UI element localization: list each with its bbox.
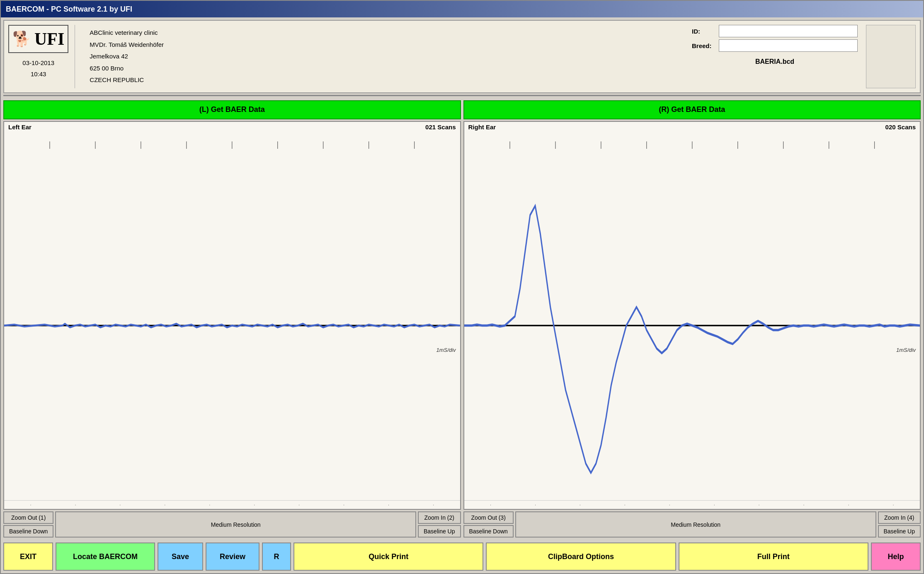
tick: ·	[433, 502, 434, 507]
right-baseline-up-button[interactable]: Baseline Up	[878, 525, 921, 538]
date-display: 03-10-2013	[22, 57, 54, 68]
title-bar: BAERCOM - PC Software 2.1 by UFI	[1, 1, 923, 17]
right-chart-svg	[464, 132, 920, 501]
clinic-line3: Jemelkova 42	[90, 51, 677, 63]
left-chart-panel: Left Ear 021 Scans	[3, 121, 461, 510]
main-window: BAERCOM - PC Software 2.1 by UFI 🐕 UFI 0…	[0, 0, 924, 574]
get-baer-row: (L) Get BAER Data (R) Get BAER Data	[3, 100, 921, 119]
controls-row: Zoom Out (1) Baseline Down Medium Resolu…	[3, 511, 921, 538]
left-controls: Zoom Out (1) Baseline Down Medium Resolu…	[3, 511, 461, 538]
dog-icon: 🐕	[12, 30, 31, 48]
full-print-button[interactable]: Full Print	[679, 543, 868, 571]
locate-baercom-button[interactable]: Locate BAERCOM	[56, 543, 155, 571]
clinic-line2: MVDr. Tomáš Weidenhöfer	[90, 39, 677, 51]
left-baseline-up-button[interactable]: Baseline Up	[418, 525, 461, 538]
main-content: (L) Get BAER Data (R) Get BAER Data Left…	[3, 100, 921, 538]
tick: ·	[669, 502, 670, 507]
left-baseline-down-button[interactable]: Baseline Down	[3, 525, 53, 538]
header-section: 🐕 UFI 03-10-2013 10:43 ABClinic veterina…	[3, 20, 921, 93]
breed-input[interactable]	[719, 39, 858, 52]
bottom-bar: EXIT Locate BAERCOM Save Review R Quick …	[1, 540, 923, 573]
left-medium-res-button[interactable]: Medium Resolution	[55, 511, 416, 538]
left-zoom-out-col: Zoom Out (1) Baseline Down	[3, 511, 53, 538]
tick: ·	[759, 502, 760, 507]
left-scale-label: 1mS/div	[437, 347, 456, 353]
right-scans: 020 Scans	[885, 124, 916, 131]
left-zoom-in-col: Zoom In (2) Baseline Up	[418, 511, 461, 538]
right-chart-header: Right Ear 020 Scans	[464, 122, 920, 132]
right-get-baer-button[interactable]: (R) Get BAER Data	[463, 100, 921, 119]
r-button[interactable]: R	[262, 543, 291, 571]
left-zoom-out-button[interactable]: Zoom Out (1)	[3, 511, 53, 524]
right-chart-ticks: · · · · · · · · · ·	[464, 500, 920, 509]
date-time: 03-10-2013 10:43	[22, 57, 54, 80]
right-chart-area: 1mS/div	[464, 132, 920, 501]
tick: ·	[75, 502, 76, 507]
left-scans: 021 Scans	[425, 124, 456, 131]
id-row: ID:	[692, 25, 858, 37]
id-input[interactable]	[719, 25, 858, 37]
review-button[interactable]: Review	[206, 543, 259, 571]
tick: ·	[209, 502, 210, 507]
tick: ·	[119, 502, 121, 507]
right-zoom-out-button[interactable]: Zoom Out (3)	[463, 511, 514, 524]
right-chart-panel: Right Ear 020 Scans	[463, 121, 921, 510]
charts-row: Left Ear 021 Scans	[3, 121, 921, 510]
left-ear-label: Left Ear	[8, 124, 32, 131]
breed-label: Breed:	[692, 42, 717, 49]
tick: ·	[892, 502, 894, 507]
id-label: ID:	[692, 28, 717, 35]
quick-print-button[interactable]: Quick Print	[293, 543, 483, 571]
left-chart-svg	[4, 132, 460, 501]
right-zoom-in-col: Zoom In (4) Baseline Up	[878, 511, 921, 538]
tick: ·	[298, 502, 300, 507]
tick: ·	[624, 502, 626, 507]
right-zoom-out-col: Zoom Out (3) Baseline Down	[463, 511, 514, 538]
save-button[interactable]: Save	[158, 543, 203, 571]
time-display: 10:43	[22, 68, 54, 80]
breed-row: Breed:	[692, 39, 858, 52]
logo-box: 🐕 UFI	[8, 25, 68, 53]
tick: ·	[535, 502, 536, 507]
tick: ·	[714, 502, 715, 507]
right-controls: Zoom Out (3) Baseline Down Medium Resolu…	[463, 511, 921, 538]
file-name: BAERIA.bcd	[692, 58, 858, 65]
exit-button[interactable]: EXIT	[3, 543, 53, 571]
clinic-line5: CZECH REPUBLIC	[90, 74, 677, 86]
right-ear-label: Right Ear	[468, 124, 496, 131]
tick: ·	[490, 502, 491, 507]
tick: ·	[343, 502, 344, 507]
patient-section: ID: Breed: BAERIA.bcd	[692, 25, 858, 88]
logo-section: 🐕 UFI 03-10-2013 10:43	[8, 25, 75, 88]
left-get-baer-button[interactable]: (L) Get BAER Data	[3, 100, 461, 119]
left-chart-header: Left Ear 021 Scans	[4, 122, 460, 132]
photo-placeholder	[866, 25, 916, 88]
clinic-line1: ABClinic veterinary clinic	[90, 27, 677, 39]
clipboard-options-button[interactable]: ClipBoard Options	[486, 543, 676, 571]
right-scale-label: 1mS/div	[896, 347, 916, 353]
brand-name: UFI	[34, 29, 64, 49]
tick: ·	[30, 502, 31, 507]
right-medium-res-button[interactable]: Medium Resolution	[515, 511, 876, 538]
help-button[interactable]: Help	[871, 543, 921, 571]
left-zoom-in-button[interactable]: Zoom In (2)	[418, 511, 461, 524]
tick: ·	[254, 502, 255, 507]
clinic-info: ABClinic veterinary clinic MVDr. Tomáš W…	[83, 25, 684, 88]
clinic-line4: 625 00 Brno	[90, 63, 677, 75]
tick: ·	[164, 502, 165, 507]
separator	[3, 95, 921, 96]
left-chart-area: 1mS/div	[4, 132, 460, 501]
right-zoom-in-button[interactable]: Zoom In (4)	[878, 511, 921, 524]
tick: ·	[848, 502, 849, 507]
left-chart-ticks: · · · · · · · · · ·	[4, 500, 460, 509]
window-title: BAERCOM - PC Software 2.1 by UFI	[6, 5, 132, 14]
right-baseline-down-button[interactable]: Baseline Down	[463, 525, 514, 538]
tick: ·	[580, 502, 581, 507]
tick: ·	[803, 502, 805, 507]
tick: ·	[388, 502, 389, 507]
